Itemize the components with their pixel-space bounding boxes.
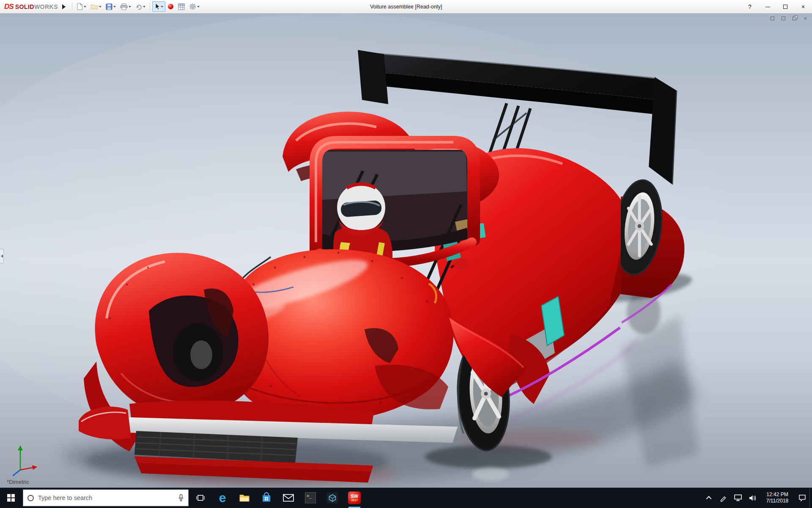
- front-left-rim: [190, 340, 212, 369]
- solidworks-menu[interactable]: DS SOLIDWORKS: [0, 0, 60, 13]
- taskbar-app-edge[interactable]: e: [211, 488, 233, 508]
- network-button[interactable]: [731, 488, 745, 508]
- design-table-icon: [178, 3, 185, 10]
- mail-icon: [283, 494, 294, 502]
- graphics-area[interactable]: × *Dimetric: [0, 14, 812, 488]
- pen-icon: [720, 494, 727, 502]
- tile-left-icon: [771, 17, 774, 20]
- taskbar: Type here to search e >: [0, 488, 812, 508]
- design-table-button[interactable]: [176, 2, 187, 12]
- options-button[interactable]: [187, 1, 202, 12]
- brand-name: SOLIDWORKS: [15, 3, 58, 10]
- select-cursor-caret[interactable]: [161, 6, 163, 8]
- print-caret[interactable]: [129, 6, 131, 8]
- minimize-button[interactable]: [759, 0, 776, 14]
- taskbar-clock[interactable]: 12:42 PM 7/11/2018: [760, 488, 795, 508]
- edge-icon: e: [219, 491, 226, 504]
- triad-z-axis: [13, 470, 20, 476]
- doc-close-button[interactable]: ×: [802, 15, 809, 21]
- ds-logo-icon: DS: [4, 3, 14, 11]
- save-button[interactable]: [104, 2, 118, 12]
- new-document-button[interactable]: [74, 1, 88, 12]
- close-button[interactable]: ×: [794, 0, 812, 14]
- action-center-icon: [798, 494, 807, 502]
- search-placeholder-text: Type here to search: [38, 494, 174, 501]
- triad-x-axis: [20, 465, 37, 470]
- toolbar-separator: [72, 3, 72, 11]
- solidworks-icon: SW 2017: [348, 491, 361, 504]
- doc-restore-button[interactable]: [791, 15, 798, 21]
- model-viewer-cube-icon: [327, 492, 338, 503]
- open-document-button[interactable]: [88, 2, 104, 11]
- start-button[interactable]: [0, 488, 22, 508]
- volume-button[interactable]: [745, 488, 760, 508]
- undo-button[interactable]: [133, 2, 148, 11]
- select-cursor-button[interactable]: [152, 1, 165, 12]
- triad-y-axis: [18, 445, 23, 470]
- options-gear-icon: [189, 3, 196, 10]
- minimize-icon: [765, 7, 770, 7]
- document-window-controls: ×: [769, 15, 809, 21]
- task-view-button[interactable]: [189, 488, 211, 508]
- render-sphere-icon: [167, 3, 174, 10]
- taskbar-app-solidworks[interactable]: SW 2017: [343, 488, 365, 508]
- search-icon: [27, 495, 34, 501]
- clock-date: 7/11/2018: [766, 498, 789, 504]
- orientation-triad: [6, 442, 39, 478]
- maximize-icon: [783, 5, 787, 9]
- titlebar: DS SOLIDWORKS Voiture assem: [0, 0, 812, 14]
- options-caret[interactable]: [197, 6, 200, 8]
- save-floppy-icon: [106, 3, 112, 10]
- network-icon: [734, 494, 742, 502]
- tile-right-icon: [782, 17, 785, 20]
- print-icon: [120, 3, 128, 10]
- microphone-icon[interactable]: [178, 494, 184, 502]
- clock-time: 12:42 PM: [766, 491, 788, 498]
- taskbar-app-mail[interactable]: [277, 488, 299, 508]
- wing-left-endplate: [358, 50, 388, 104]
- open-folder-icon: [91, 3, 98, 10]
- doc-tile-right-button[interactable]: [780, 15, 787, 21]
- select-cursor-icon: [154, 3, 160, 10]
- action-center-button[interactable]: [795, 488, 809, 508]
- taskbar-app-console[interactable]: >_: [299, 488, 321, 508]
- taskbar-app-store[interactable]: [255, 488, 277, 508]
- new-document-icon: [77, 3, 83, 10]
- system-tray: 12:42 PM 7/11/2018: [702, 488, 812, 508]
- maximize-button[interactable]: [776, 0, 794, 14]
- hidden-icons-button[interactable]: [702, 488, 716, 508]
- windows-logo-icon: [7, 494, 15, 502]
- window-title: Voiture assemblee [Read-only]: [370, 0, 442, 14]
- console-icon: >_: [305, 492, 316, 503]
- window-controls: ? ×: [741, 0, 812, 14]
- helmet-visor: [340, 200, 382, 218]
- doc-tile-left-button[interactable]: [769, 15, 776, 21]
- feature-panel-flyout-arrow[interactable]: [0, 249, 4, 263]
- pen-workspace-button[interactable]: [716, 488, 731, 508]
- menu-flyout-arrow[interactable]: [62, 4, 66, 9]
- search-input[interactable]: Type here to search: [23, 489, 189, 506]
- car-3d-model: [0, 14, 812, 488]
- open-document-caret[interactable]: [99, 6, 102, 8]
- undo-caret[interactable]: [143, 6, 145, 8]
- show-desktop-button[interactable]: [809, 488, 812, 508]
- new-document-caret[interactable]: [84, 6, 86, 8]
- file-explorer-icon: [239, 493, 250, 502]
- store-icon: [261, 492, 272, 503]
- taskbar-app-file-explorer[interactable]: [233, 488, 255, 508]
- taskbar-app-model-viewer[interactable]: [321, 488, 343, 508]
- view-orientation-label: *Dimetric: [7, 479, 29, 485]
- render-sphere-button[interactable]: [165, 2, 176, 11]
- toolbar-separator: [150, 3, 150, 11]
- print-button[interactable]: [118, 2, 133, 12]
- speaker-icon: [748, 494, 757, 502]
- chevron-up-icon: [706, 496, 711, 501]
- help-button[interactable]: ?: [741, 0, 759, 14]
- undo-icon: [135, 4, 142, 10]
- save-caret[interactable]: [113, 6, 116, 8]
- restore-icon: [793, 17, 796, 20]
- task-view-icon: [196, 494, 205, 502]
